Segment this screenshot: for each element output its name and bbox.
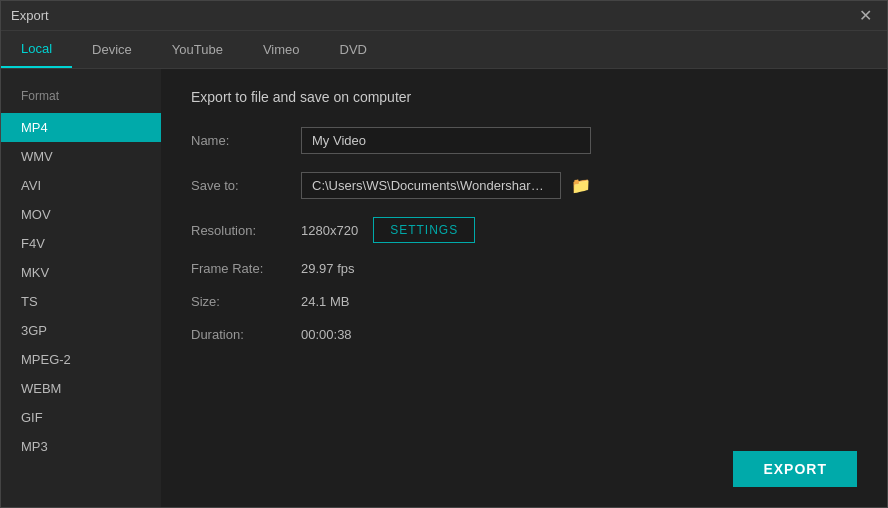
tab-dvd[interactable]: DVD — [320, 31, 387, 68]
format-item-mp3[interactable]: MP3 — [1, 432, 161, 461]
title-bar: Export ✕ — [1, 1, 887, 31]
format-item-mp4[interactable]: MP4 — [1, 113, 161, 142]
format-item-avi[interactable]: AVI — [1, 171, 161, 200]
name-row: Name: — [191, 127, 857, 154]
format-label: Format — [1, 84, 161, 113]
export-button[interactable]: EXPORT — [733, 451, 857, 487]
export-btn-container: EXPORT — [191, 431, 857, 487]
tab-local[interactable]: Local — [1, 31, 72, 68]
format-item-wmv[interactable]: WMV — [1, 142, 161, 171]
frame-rate-value: 29.97 fps — [301, 261, 355, 276]
size-value: 24.1 MB — [301, 294, 349, 309]
frame-rate-label: Frame Rate: — [191, 261, 301, 276]
folder-button[interactable]: 📁 — [567, 174, 595, 197]
close-button[interactable]: ✕ — [854, 6, 877, 26]
tab-bar: Local Device YouTube Vimeo DVD — [1, 31, 887, 69]
format-item-mkv[interactable]: MKV — [1, 258, 161, 287]
save-to-label: Save to: — [191, 178, 301, 193]
size-row: Size: 24.1 MB — [191, 294, 857, 309]
resolution-container: 1280x720 SETTINGS — [301, 217, 475, 243]
export-window: Export ✕ Local Device YouTube Vimeo DVD … — [0, 0, 888, 508]
export-title: Export to file and save on computer — [191, 89, 857, 105]
save-to-container: 📁 — [301, 172, 595, 199]
name-input[interactable] — [301, 127, 591, 154]
window-title: Export — [11, 8, 49, 23]
duration-row: Duration: 00:00:38 — [191, 327, 857, 342]
tab-vimeo[interactable]: Vimeo — [243, 31, 320, 68]
format-item-ts[interactable]: TS — [1, 287, 161, 316]
content-area: Format MP4 WMV AVI MOV F4V MKV TS 3GP MP… — [1, 69, 887, 507]
resolution-label: Resolution: — [191, 223, 301, 238]
save-to-input[interactable] — [301, 172, 561, 199]
main-panel: Export to file and save on computer Name… — [161, 69, 887, 507]
resolution-row: Resolution: 1280x720 SETTINGS — [191, 217, 857, 243]
format-item-mov[interactable]: MOV — [1, 200, 161, 229]
duration-label: Duration: — [191, 327, 301, 342]
tab-device[interactable]: Device — [72, 31, 152, 68]
format-item-mpeg2[interactable]: MPEG-2 — [1, 345, 161, 374]
tab-youtube[interactable]: YouTube — [152, 31, 243, 68]
format-item-gif[interactable]: GIF — [1, 403, 161, 432]
frame-rate-row: Frame Rate: 29.97 fps — [191, 261, 857, 276]
format-item-webm[interactable]: WEBM — [1, 374, 161, 403]
sidebar: Format MP4 WMV AVI MOV F4V MKV TS 3GP MP… — [1, 69, 161, 507]
format-item-f4v[interactable]: F4V — [1, 229, 161, 258]
settings-button[interactable]: SETTINGS — [373, 217, 475, 243]
size-label: Size: — [191, 294, 301, 309]
save-to-row: Save to: 📁 — [191, 172, 857, 199]
format-item-3gp[interactable]: 3GP — [1, 316, 161, 345]
duration-value: 00:00:38 — [301, 327, 352, 342]
resolution-value: 1280x720 — [301, 223, 358, 238]
name-label: Name: — [191, 133, 301, 148]
